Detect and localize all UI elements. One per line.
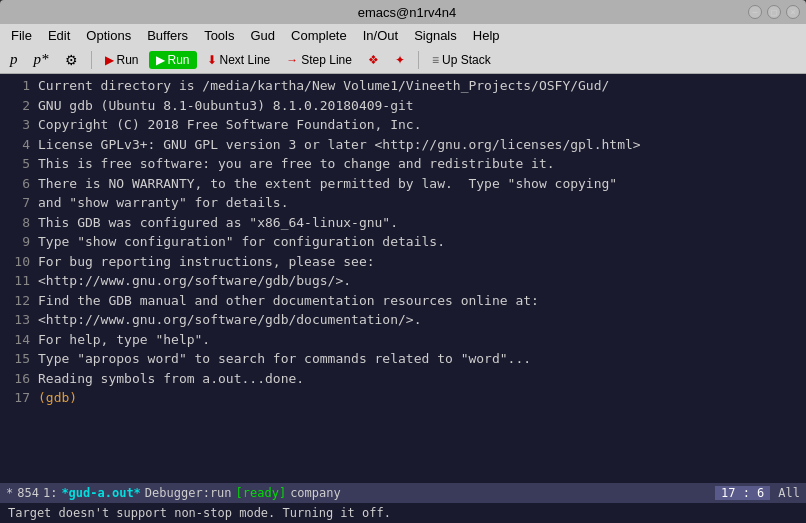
- status-linenum-left: 854: [17, 486, 39, 500]
- line-content: Copyright (C) 2018 Free Software Foundat…: [38, 115, 422, 135]
- status-line-col: 17 : 6: [715, 486, 770, 500]
- menu-tools[interactable]: Tools: [197, 27, 241, 44]
- line-content: Current directory is /media/kartha/New V…: [38, 76, 609, 96]
- line-number: 15: [6, 349, 30, 369]
- toolbar-up-stack[interactable]: ≡ Up Stack: [426, 51, 497, 69]
- next-line-label: Next Line: [220, 53, 271, 67]
- toolbar-run1[interactable]: ▶ Run: [99, 51, 145, 69]
- editor-area: 1Current directory is /media/kartha/New …: [0, 74, 806, 483]
- code-line-16: 16Reading symbols from a.out...done.: [0, 369, 806, 389]
- code-line-15: 15Type "apropos word" to search for comm…: [0, 349, 806, 369]
- status-modified-star: *: [6, 486, 13, 500]
- line-content: <http://www.gnu.org/software/gdb/bugs/>.: [38, 271, 351, 291]
- line-content: Find the GDB manual and other documentat…: [38, 291, 539, 311]
- status-bar-main: * 854 1: *gud-a.out* Debugger:run [ready…: [0, 483, 806, 503]
- line-number: 3: [6, 115, 30, 135]
- minibuffer-text: Target doesn't support non-stop mode. Tu…: [8, 506, 391, 520]
- code-line-17: 17(gdb): [0, 388, 806, 408]
- code-line-5: 5This is free software: you are free to …: [0, 154, 806, 174]
- up-stack-label: Up Stack: [442, 53, 491, 67]
- maximize-button[interactable]: □: [767, 5, 781, 19]
- code-line-6: 6There is NO WARRANTY, to the extent per…: [0, 174, 806, 194]
- menu-gud[interactable]: Gud: [243, 27, 282, 44]
- line-number: 12: [6, 291, 30, 311]
- line-content: GNU gdb (Ubuntu 8.1-0ubuntu3) 8.1.0.2018…: [38, 96, 414, 116]
- menu-inout[interactable]: In/Out: [356, 27, 405, 44]
- line-number: 6: [6, 174, 30, 194]
- titlebar: emacs@n1rv4n4 − □ ×: [0, 0, 806, 24]
- line-number: 16: [6, 369, 30, 389]
- line-content: and "show warranty" for details.: [38, 193, 288, 213]
- code-line-3: 3Copyright (C) 2018 Free Software Founda…: [0, 115, 806, 135]
- run1-label: Run: [117, 53, 139, 67]
- status-line: 17: [721, 486, 735, 500]
- close-button[interactable]: ×: [786, 5, 800, 19]
- menu-options[interactable]: Options: [79, 27, 138, 44]
- status-buffer-name: *gud-a.out*: [61, 486, 140, 500]
- toolbar-next-line[interactable]: ⬇ Next Line: [201, 51, 277, 69]
- line-content: For help, type "help".: [38, 330, 210, 350]
- toolbar-step-line[interactable]: → Step Line: [280, 51, 358, 69]
- menu-help[interactable]: Help: [466, 27, 507, 44]
- toolbar-step-icon2[interactable]: ✦: [389, 51, 411, 69]
- toolbar-gear[interactable]: ⚙: [59, 50, 84, 70]
- separator1: [91, 51, 92, 69]
- line-content: Type "apropos word" to search for comman…: [38, 349, 531, 369]
- line-content: <http://www.gnu.org/software/gdb/documen…: [38, 310, 422, 330]
- titlebar-controls[interactable]: − □ ×: [748, 5, 800, 19]
- status-col-sep: :: [743, 486, 757, 500]
- line-number: 9: [6, 232, 30, 252]
- code-line-14: 14For help, type "help".: [0, 330, 806, 350]
- code-line-12: 12Find the GDB manual and other document…: [0, 291, 806, 311]
- line-number: 17: [6, 388, 30, 408]
- toolbar-p1[interactable]: p: [4, 49, 24, 70]
- line-content: Type "show configuration" for configurat…: [38, 232, 445, 252]
- line-number: 14: [6, 330, 30, 350]
- line-content: This GDB was configured as "x86_64-linux…: [38, 213, 398, 233]
- code-line-10: 10For bug reporting instructions, please…: [0, 252, 806, 272]
- step-line-icon: →: [286, 53, 298, 67]
- status-col: 6: [757, 486, 764, 500]
- menu-complete[interactable]: Complete: [284, 27, 354, 44]
- menu-edit[interactable]: Edit: [41, 27, 77, 44]
- run2-icon: ▶: [156, 53, 165, 67]
- status-mode: Debugger:run: [145, 486, 232, 500]
- menu-signals[interactable]: Signals: [407, 27, 464, 44]
- toolbar-p2[interactable]: p*: [28, 49, 55, 70]
- step-line-label: Step Line: [301, 53, 352, 67]
- line-content: There is NO WARRANTY, to the extent perm…: [38, 174, 617, 194]
- code-line-9: 9Type "show configuration" for configura…: [0, 232, 806, 252]
- line-content: For bug reporting instructions, please s…: [38, 252, 375, 272]
- code-line-8: 8This GDB was configured as "x86_64-linu…: [0, 213, 806, 233]
- line-number: 10: [6, 252, 30, 272]
- code-line-2: 2GNU gdb (Ubuntu 8.1-0ubuntu3) 8.1.0.201…: [0, 96, 806, 116]
- next-line-icon: ⬇: [207, 53, 217, 67]
- line-number: 8: [6, 213, 30, 233]
- menu-file[interactable]: File: [4, 27, 39, 44]
- line-content: This is free software: you are free to c…: [38, 154, 555, 174]
- minimize-button[interactable]: −: [748, 5, 762, 19]
- code-line-4: 4License GPLv3+: GNU GPL version 3 or la…: [0, 135, 806, 155]
- line-number: 2: [6, 96, 30, 116]
- status-all: All: [778, 486, 800, 500]
- menu-buffers[interactable]: Buffers: [140, 27, 195, 44]
- separator2: [418, 51, 419, 69]
- line-number: 5: [6, 154, 30, 174]
- status-ready: [ready]: [236, 486, 287, 500]
- line-content: (gdb): [38, 388, 77, 408]
- code-line-13: 13<http://www.gnu.org/software/gdb/docum…: [0, 310, 806, 330]
- minibuffer: Target doesn't support non-stop mode. Tu…: [0, 503, 806, 523]
- code-line-1: 1Current directory is /media/kartha/New …: [0, 76, 806, 96]
- toolbar: p p* ⚙ ▶ Run ▶ Run ⬇ Next Line → Step Li…: [0, 46, 806, 74]
- line-content: Reading symbols from a.out...done.: [38, 369, 304, 389]
- run1-icon: ▶: [105, 53, 114, 67]
- menubar: File Edit Options Buffers Tools Gud Comp…: [0, 24, 806, 46]
- up-stack-icon: ≡: [432, 53, 439, 67]
- status-position: 1:: [43, 486, 57, 500]
- toolbar-step-icon1[interactable]: ❖: [362, 51, 385, 69]
- code-line-7: 7and "show warranty" for details.: [0, 193, 806, 213]
- run2-label: Run: [168, 53, 190, 67]
- code-line-11: 11<http://www.gnu.org/software/gdb/bugs/…: [0, 271, 806, 291]
- toolbar-run2[interactable]: ▶ Run: [149, 51, 197, 69]
- line-number: 13: [6, 310, 30, 330]
